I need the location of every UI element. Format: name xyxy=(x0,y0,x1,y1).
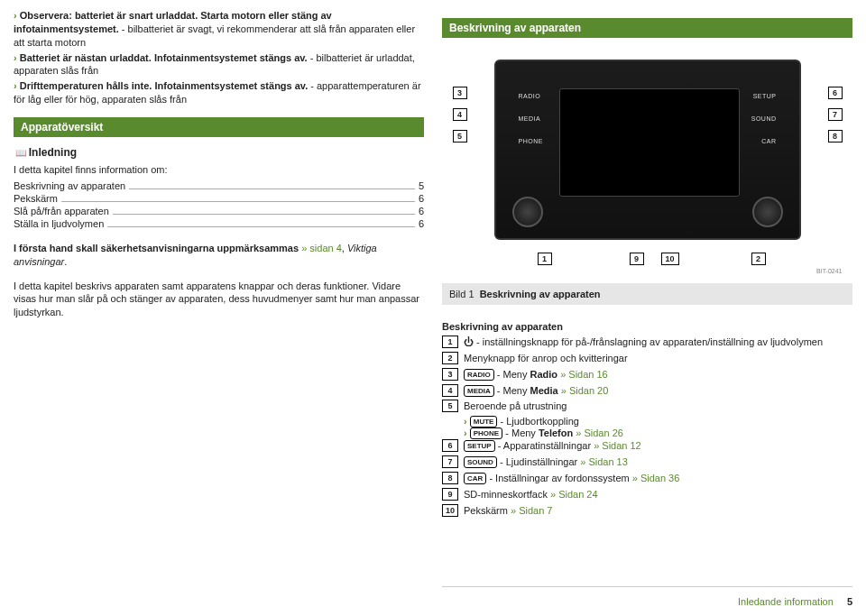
footer-page: 5 xyxy=(847,596,852,607)
phone-button-label: PHONE xyxy=(519,138,543,144)
toc-row: Ställa in ljudvolymen6 xyxy=(14,218,424,229)
callout-9: 9 xyxy=(630,253,644,265)
toc: Beskrivning av apparaten5 Pekskärm6 Slå … xyxy=(14,180,424,231)
para-safety: I första hand skall säkerhetsanvisningar… xyxy=(14,242,424,269)
intro-block: Observera: batteriet är snart urladdat. … xyxy=(14,9,424,108)
device-body: RADIO MEDIA PHONE SETUP SOUND CAR xyxy=(494,60,801,240)
callout-6: 6 xyxy=(828,87,843,99)
page-footer: Inledande information 5 xyxy=(442,586,852,607)
menu-knob xyxy=(752,197,783,227)
intro-line-2-bold: Batteriet är nästan urladdat. Infotainme… xyxy=(20,52,308,63)
device-screen xyxy=(559,88,740,197)
left-column: Observera: batteriet är snart urladdat. … xyxy=(0,0,433,616)
desc-list: 1⏻ - inställningsknapp för på-/frånslagn… xyxy=(442,336,852,519)
intro-line-3-bold: Drifttemperaturen hålls inte. Infotainme… xyxy=(20,80,308,91)
callout-1: 1 xyxy=(538,253,552,265)
toc-row: Slå på/från apparaten6 xyxy=(14,206,424,216)
right-column: Beskrivning av apparaten RADIO MEDIA PHO… xyxy=(433,0,866,616)
toc-row: Beskrivning av apparaten5 xyxy=(14,180,424,191)
callout-4: 4 xyxy=(453,108,467,121)
inledning-title: Inledning xyxy=(15,146,424,159)
para-description: I detta kapitel beskrivs apparaten samt … xyxy=(14,280,424,320)
setup-button-label: SETUP xyxy=(753,93,777,99)
image-code: BIT-0241 xyxy=(816,268,842,274)
callout-3: 3 xyxy=(453,87,467,99)
footer-section: Inledande information xyxy=(738,596,834,607)
toc-row: Pekskärm6 xyxy=(14,193,424,204)
callout-10: 10 xyxy=(661,253,679,265)
desc-title: Beskrivning av apparaten xyxy=(442,321,852,332)
section-header-right: Beskrivning av apparaten xyxy=(442,18,852,38)
media-button-label: MEDIA xyxy=(519,115,541,122)
sound-button-label: SOUND xyxy=(751,115,777,122)
callout-2: 2 xyxy=(751,253,766,265)
section-header-left: Apparatöversikt xyxy=(14,117,424,137)
power-volume-knob xyxy=(512,197,543,227)
figure-caption: Bild 1 Beskrivning av apparaten xyxy=(442,283,852,305)
radio-button-label: RADIO xyxy=(519,93,541,99)
callout-8: 8 xyxy=(828,130,843,143)
callout-5: 5 xyxy=(453,130,467,143)
device-illustration: RADIO MEDIA PHONE SETUP SOUND CAR 3 4 5 … xyxy=(449,51,846,276)
callout-7: 7 xyxy=(828,108,843,121)
toc-intro: I detta kapitel finns information om: xyxy=(14,164,424,175)
car-button-label: CAR xyxy=(761,138,776,144)
